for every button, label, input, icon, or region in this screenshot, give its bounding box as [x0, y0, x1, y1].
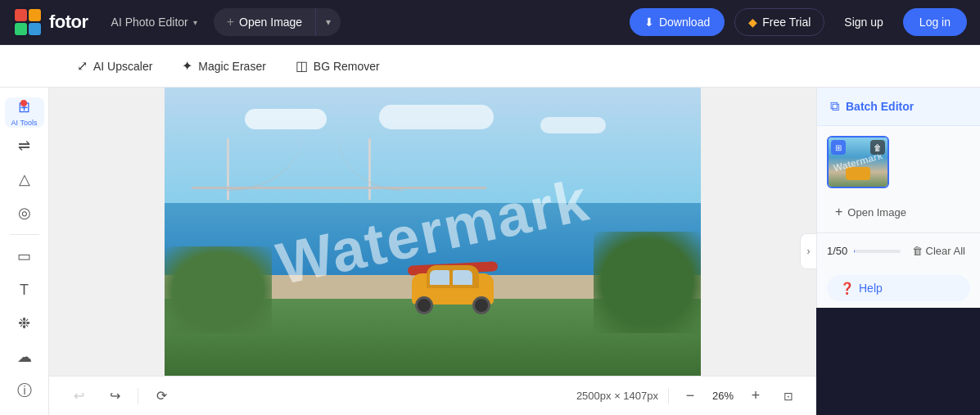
right-panel-collapse-button[interactable]: ›	[800, 233, 816, 269]
progress-bar-fill	[854, 250, 855, 253]
thumbnail-item[interactable]: Watermark ⊞ 🗑	[827, 136, 889, 188]
svg-rect-1	[15, 9, 27, 21]
sidebar-item-cloud[interactable]: ☁	[5, 341, 44, 372]
ai-photo-editor-label: AI Photo Editor	[111, 16, 188, 29]
canvas-container: Watermark	[49, 88, 816, 376]
clear-all-button[interactable]: 🗑 Clear All	[907, 241, 970, 260]
fit-to-screen-button[interactable]: ⊡	[777, 385, 800, 408]
magic-eraser-label: Magic Eraser	[198, 60, 265, 73]
help-button[interactable]: ❓ Help	[827, 275, 970, 301]
history-button[interactable]: ⟳	[148, 383, 174, 409]
sub-header: ⤢ AI Upscaler ✦ Magic Eraser ◫ BG Remove…	[0, 45, 980, 88]
download-button[interactable]: ⬇ Download	[630, 8, 725, 36]
redo-icon: ↪	[110, 388, 120, 404]
toolbar-divider-1	[138, 388, 138, 404]
bg-remover-icon: ◫	[296, 58, 308, 74]
sidebar-item-adjust[interactable]: ⇌	[5, 131, 44, 161]
batch-editor-icon: ⧉	[830, 99, 839, 114]
sidebar-item-frame[interactable]: ▭	[5, 241, 44, 272]
sidebar-item-eye[interactable]: ◎	[5, 197, 44, 228]
signup-button[interactable]: Sign up	[834, 9, 892, 35]
elements-icon: ❉	[18, 314, 30, 332]
ai-upscaler-button[interactable]: ⤢ AI Upscaler	[65, 52, 164, 80]
open-image-button[interactable]: + Open Image ▾	[214, 8, 341, 36]
text-icon: T	[20, 282, 29, 299]
svg-rect-3	[15, 23, 27, 35]
zoom-level: 26%	[708, 390, 738, 402]
zoom-controls: − 26% +	[679, 385, 767, 408]
fotor-logo-icon	[13, 7, 43, 37]
eye-icon: ◎	[18, 204, 31, 222]
logo-text: fotor	[49, 11, 88, 33]
cloud-icon: ☁	[17, 348, 32, 366]
bridge	[192, 138, 486, 226]
login-label: Log in	[919, 16, 951, 29]
download-icon: ⬇	[644, 16, 654, 29]
history-icon: ⟳	[156, 388, 167, 404]
canvas-image[interactable]: Watermark	[165, 88, 701, 376]
svg-rect-2	[29, 9, 41, 21]
bridge-cable-right	[339, 138, 404, 191]
sidebar-item-transform[interactable]: △	[5, 165, 44, 195]
vegetation-right	[594, 232, 701, 333]
car	[404, 266, 502, 319]
sidebar-item-ai-tools[interactable]: ⊞ AI Tools	[5, 97, 44, 128]
sidebar-item-elements[interactable]: ❉	[5, 309, 44, 339]
bottom-toolbar: ↩ ↪ ⟳ 2500px × 1407px − 26% +	[49, 376, 816, 415]
download-label: Download	[659, 16, 710, 29]
batch-editor-title: Batch Editor	[846, 100, 914, 113]
sidebar-item-text[interactable]: T	[5, 275, 44, 305]
ai-photo-editor-button[interactable]: AI Photo Editor ▾	[105, 11, 204, 34]
thumbnail-layers-button[interactable]: ⊞	[831, 140, 846, 155]
right-panel-wrapper: › ⧉ Batch Editor Watermark ⊞ 🗑	[816, 88, 980, 415]
car-wheel-left	[415, 296, 433, 314]
app-header: fotor AI Photo Editor ▾ + Open Image ▾ ⬇…	[0, 0, 980, 45]
sidebar-divider	[10, 234, 39, 235]
delete-icon: 🗑	[874, 143, 882, 152]
chevron-down-icon: ▾	[193, 18, 197, 27]
diamond-icon: ◆	[748, 16, 757, 29]
cloud-2	[379, 105, 494, 129]
batch-thumbnails-container: Watermark ⊞ 🗑	[817, 126, 980, 198]
magic-eraser-button[interactable]: ✦ Magic Eraser	[170, 52, 277, 80]
login-button[interactable]: Log in	[903, 8, 967, 36]
panel-footer: 1/50 🗑 Clear All	[817, 232, 980, 268]
free-trial-button[interactable]: ◆ Free Trial	[734, 8, 824, 36]
open-image-dropdown-arrow[interactable]: ▾	[316, 10, 341, 34]
frame-icon: ▭	[17, 247, 31, 265]
bg-remover-button[interactable]: ◫ BG Remover	[284, 52, 391, 80]
open-image-panel-button[interactable]: + Open Image	[824, 198, 973, 226]
bg-remover-label: BG Remover	[314, 60, 380, 73]
sidebar-item-info[interactable]: ⓘ	[5, 375, 44, 405]
fit-icon: ⊡	[784, 390, 793, 403]
ai-upscaler-icon: ⤢	[77, 58, 88, 74]
trash-icon: 🗑	[912, 245, 923, 257]
open-image-panel-label: Open Image	[847, 206, 906, 219]
redo-button[interactable]: ↪	[102, 383, 128, 409]
chevron-right-icon: ›	[807, 246, 811, 257]
signup-label: Sign up	[844, 16, 883, 29]
svg-rect-4	[29, 23, 41, 35]
logo-area: fotor	[13, 7, 88, 37]
thumbnail-delete-button[interactable]: 🗑	[870, 140, 885, 155]
open-image-label: Open Image	[239, 16, 302, 29]
right-panel: ⧉ Batch Editor Watermark ⊞ 🗑	[816, 88, 980, 308]
batch-counter: 1/50	[827, 245, 847, 257]
main-content: ⊞ AI Tools ⇌ △ ◎ ▭ T ❉ ☁ ⓘ	[0, 88, 980, 415]
left-sidebar: ⊞ AI Tools ⇌ △ ◎ ▭ T ❉ ☁ ⓘ	[0, 88, 49, 415]
zoom-in-icon: +	[752, 387, 761, 404]
magic-eraser-icon: ✦	[182, 58, 192, 74]
zoom-out-button[interactable]: −	[679, 385, 702, 408]
car-window-right	[453, 270, 472, 285]
zoom-in-button[interactable]: +	[744, 385, 767, 408]
undo-button[interactable]: ↩	[65, 383, 92, 409]
transform-icon: △	[19, 170, 30, 188]
undo-icon: ↩	[74, 388, 84, 404]
dimensions-text: 2500px × 1407px	[576, 390, 658, 402]
plus-icon-panel: +	[835, 205, 842, 219]
clear-all-label: Clear All	[926, 245, 965, 257]
cloud-1	[245, 109, 327, 129]
open-image-main[interactable]: + Open Image	[214, 8, 316, 36]
plus-icon: +	[227, 15, 234, 29]
canvas-area: Watermark ↩ ↪ ⟳ 2500px × 1407px − 26%	[49, 88, 816, 415]
